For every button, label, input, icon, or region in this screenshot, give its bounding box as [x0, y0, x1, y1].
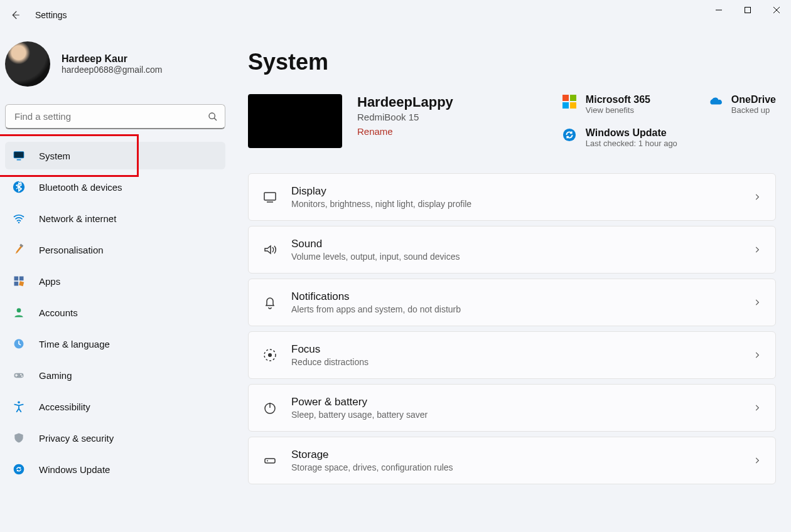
sidebar-item-privacy-security[interactable]: Privacy & security: [5, 424, 225, 452]
sidebar-item-label: Network & internet: [39, 213, 116, 224]
brush-icon: [13, 243, 25, 256]
rename-link[interactable]: Rename: [357, 126, 453, 137]
card-description: Volume levels, output, input, sound devi…: [291, 252, 739, 262]
top-row: HardeepLappy RedmiBook 15 Rename Microso…: [248, 94, 776, 148]
card-focus[interactable]: Focus Reduce distractions: [248, 331, 776, 379]
sidebar-item-label: Privacy & security: [39, 433, 114, 444]
device-block: HardeepLappy RedmiBook 15 Rename: [248, 94, 453, 148]
sidebar-item-network-internet[interactable]: Network & internet: [5, 205, 225, 232]
bluetooth-icon: [13, 181, 25, 193]
main: System HardeepLappy RedmiBook 15 Rename …: [235, 30, 791, 532]
card-title: Focus: [291, 343, 739, 356]
svg-rect-1: [745, 8, 751, 13]
chevron-right-icon: [753, 193, 761, 201]
close-button[interactable]: [762, 0, 791, 20]
search-icon: [208, 112, 218, 122]
person-icon: [13, 306, 25, 319]
card-display[interactable]: Display Monitors, brightness, night ligh…: [248, 173, 776, 221]
page-title: System: [248, 49, 776, 75]
card-title: Display: [291, 185, 739, 198]
sidebar-item-accessibility[interactable]: Accessibility: [5, 393, 225, 420]
status-windows-update[interactable]: Windows Update Last checked: 1 hour ago: [562, 127, 677, 148]
sidebar: Hardeep Kaur hardeep0688@gmail.com Syste…: [0, 30, 235, 532]
card-title: Power & battery: [291, 396, 739, 408]
status-column: Microsoft 365 View benefits OneDrive Bac…: [562, 94, 776, 148]
svg-rect-13: [19, 277, 24, 281]
svg-line-5: [214, 118, 217, 120]
search-wrap: [5, 104, 225, 129]
svg-rect-15: [19, 281, 24, 286]
profile-block[interactable]: Hardeep Kaur hardeep0688@gmail.com: [5, 36, 225, 99]
svg-rect-14: [14, 282, 19, 286]
sidebar-item-personalisation[interactable]: Personalisation: [5, 236, 225, 263]
chevron-right-icon: [753, 351, 761, 359]
apps-icon: [13, 275, 25, 287]
notifications-icon: [262, 295, 277, 310]
chevron-right-icon: [753, 456, 761, 465]
card-sound[interactable]: Sound Volume levels, output, input, soun…: [248, 226, 776, 274]
status-ms365[interactable]: Microsoft 365 View benefits: [562, 94, 677, 115]
storage-icon: [262, 453, 277, 468]
sidebar-item-apps[interactable]: Apps: [5, 267, 225, 295]
sidebar-item-accounts[interactable]: Accounts: [5, 299, 225, 326]
sidebar-item-label: Gaming: [39, 370, 72, 381]
window-title: Settings: [35, 10, 67, 20]
clock-icon: [13, 338, 25, 350]
card-notifications[interactable]: Notifications Alerts from apps and syste…: [248, 279, 776, 326]
svg-point-35: [267, 460, 268, 462]
device-model: RedmiBook 15: [357, 112, 453, 122]
sidebar-item-label: Apps: [39, 276, 60, 287]
status-title: Microsoft 365: [586, 94, 650, 105]
back-button[interactable]: [5, 5, 25, 25]
onedrive-icon: [708, 94, 723, 109]
svg-point-21: [18, 402, 20, 404]
status-title: OneDrive: [731, 94, 776, 105]
svg-point-20: [21, 376, 23, 377]
sidebar-item-system[interactable]: System: [5, 142, 225, 169]
svg-rect-34: [265, 459, 275, 463]
card-title: Notifications: [291, 290, 739, 303]
status-title: Windows Update: [586, 127, 677, 139]
status-onedrive[interactable]: OneDrive Backed up: [708, 94, 776, 115]
svg-point-16: [17, 308, 21, 312]
wifi-icon: [13, 212, 25, 225]
settings-cards: Display Monitors, brightness, night ligh…: [248, 173, 776, 484]
accessibility-icon: [13, 400, 25, 413]
sidebar-item-bluetooth-devices[interactable]: Bluetooth & devices: [5, 173, 225, 201]
svg-point-30: [268, 353, 272, 357]
sidebar-item-label: Accessibility: [39, 402, 90, 412]
device-name: HardeepLappy: [357, 94, 453, 110]
sidebar-item-label: Personalisation: [39, 245, 104, 255]
svg-rect-12: [14, 277, 19, 281]
svg-point-27: [563, 129, 576, 141]
profile-name: Hardeep Kaur: [62, 53, 163, 65]
sidebar-item-label: Time & language: [39, 339, 110, 349]
svg-point-4: [209, 113, 215, 119]
profile-email: hardeep0688@gmail.com: [62, 65, 163, 75]
maximize-button[interactable]: [733, 0, 762, 20]
card-storage[interactable]: Storage Storage space, drives, configura…: [248, 437, 776, 484]
svg-point-19: [20, 374, 21, 375]
card-description: Sleep, battery usage, battery saver: [291, 410, 739, 420]
minimize-button[interactable]: [704, 0, 733, 20]
sidebar-item-label: Accounts: [39, 307, 78, 318]
card-description: Alerts from apps and system, do not dist…: [291, 304, 739, 314]
status-subtitle: View benefits: [586, 105, 650, 115]
svg-rect-8: [17, 159, 21, 161]
svg-rect-25: [562, 102, 569, 109]
close-icon: [773, 6, 780, 14]
display-icon: [262, 189, 277, 205]
card-description: Storage space, drives, configuration rul…: [291, 462, 739, 472]
sidebar-item-windows-update[interactable]: Windows Update: [5, 455, 225, 483]
sidebar-item-time-language[interactable]: Time & language: [5, 330, 225, 358]
focus-icon: [262, 348, 277, 363]
search-input[interactable]: [5, 104, 225, 129]
device-thumbnail: [248, 94, 342, 148]
svg-point-22: [14, 464, 24, 475]
sidebar-item-gaming[interactable]: Gaming: [5, 361, 225, 389]
microsoft-365-icon: [562, 94, 577, 109]
svg-rect-24: [570, 95, 576, 101]
card-power[interactable]: Power & battery Sleep, battery usage, ba…: [248, 384, 776, 432]
svg-rect-28: [264, 193, 276, 200]
svg-rect-23: [562, 95, 569, 101]
